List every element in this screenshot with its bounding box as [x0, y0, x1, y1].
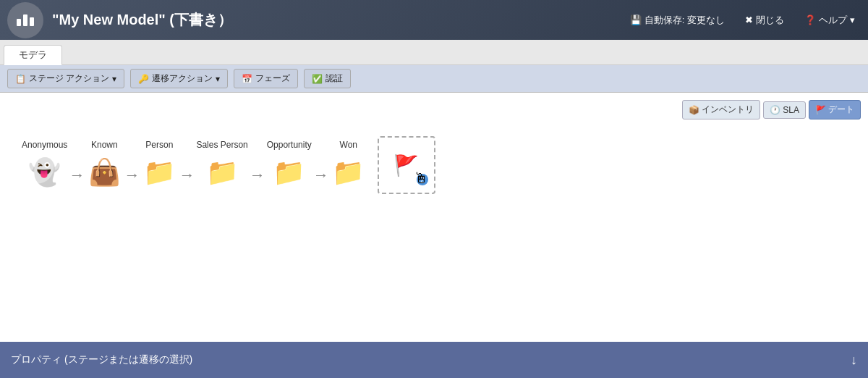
main-content: 📦 インベントリ 🕐 SLA 🚩 デート Anonymous 👻 → [0, 93, 868, 342]
stage-person-label: Person [145, 140, 173, 150]
autosave-label: 自動保存: 変更なし [644, 14, 725, 27]
won-icon: 📁 [331, 154, 367, 190]
stage-known-label: Known [91, 140, 118, 150]
expand-down-icon[interactable]: ↓ [851, 353, 857, 368]
pipeline: Anonymous 👻 → Known 👜 → Person 📁 [22, 136, 846, 194]
new-stage-flag-icon: 🚩 [393, 154, 419, 177]
stage-known[interactable]: Known 👜 [86, 140, 122, 190]
stage-action-btn[interactable]: 📋 ステージ アクション ▾ [7, 69, 124, 88]
stage-won[interactable]: Won 📁 [331, 140, 367, 190]
stage-sales-person[interactable]: Sales Person 📁 [196, 140, 247, 190]
arrow-2: → [124, 146, 140, 185]
inventory-btn[interactable]: 📦 インベントリ [682, 100, 760, 119]
arrow-1: → [69, 146, 85, 185]
ghost-icon: 👻 [27, 154, 63, 190]
autosave-btn: 💾 自動保存: 変更なし [624, 11, 731, 30]
stage-anonymous-label: Anonymous [22, 140, 67, 150]
chevron-down-icon: ▾ [850, 14, 855, 25]
transition-action-btn[interactable]: 🔑 遷移アクション ▾ [130, 69, 228, 88]
date-btn[interactable]: 🚩 デート [809, 100, 861, 119]
logo [7, 2, 43, 38]
tab-modela[interactable]: モデラ [4, 45, 62, 65]
sla-btn[interactable]: 🕐 SLA [763, 101, 806, 119]
help-btn[interactable]: ❓ ヘルプ ▾ [799, 11, 861, 30]
close-btn[interactable]: ✖ 閉じる [739, 11, 790, 30]
arrow-3: → [179, 146, 195, 185]
inventory-icon: 📦 [689, 105, 699, 115]
stage-person[interactable]: Person 📁 [141, 140, 177, 190]
phase-icon: 📅 [242, 74, 252, 84]
arrow-4: → [250, 146, 265, 185]
status-bar: プロパティ (ステージまたは遷移の選択) ↓ [0, 342, 868, 378]
arrow-5: → [313, 146, 329, 185]
stage-opportunity-label: Opportunity [267, 140, 312, 150]
page-title: "My New Model" (下書き） [52, 10, 624, 30]
chevron-down-icon: ▾ [112, 74, 116, 84]
status-text: プロパティ (ステージまたは遷移の選択) [11, 353, 192, 366]
tab-bar: モデラ [0, 40, 868, 65]
toolbar: 📋 ステージ アクション ▾ 🔑 遷移アクション ▾ 📅 フェーズ ✅ 認証 [0, 65, 868, 93]
chevron-down-icon: ▾ [216, 74, 220, 84]
person-icon: 📁 [141, 154, 177, 190]
stage-opportunity[interactable]: Opportunity 📁 [267, 140, 312, 190]
opportunity-icon: 📁 [271, 154, 307, 190]
logo-bars [17, 14, 34, 26]
save-icon: 💾 [630, 14, 642, 25]
known-icon: 👜 [86, 154, 122, 190]
stage-won-label: Won [340, 140, 357, 150]
right-toolbar: 📦 インベントリ 🕐 SLA 🚩 デート [682, 100, 861, 119]
help-icon: ❓ [804, 14, 816, 25]
verify-btn[interactable]: ✅ 認証 [304, 69, 351, 88]
flag-icon: 🚩 [815, 105, 826, 115]
stage-sales-person-label: Sales Person [196, 140, 247, 150]
header: "My New Model" (下書き） 💾 自動保存: 変更なし ✖ 閉じる … [0, 0, 868, 40]
header-actions: 💾 自動保存: 変更なし ✖ 閉じる ❓ ヘルプ ▾ [624, 11, 861, 30]
new-stage-box[interactable]: 🚩 2 🖱 [378, 136, 435, 194]
sales-person-icon: 📁 [204, 154, 240, 190]
stage-icon: 📋 [15, 74, 26, 84]
verify-icon: ✅ [312, 74, 323, 84]
phase-btn[interactable]: 📅 フェーズ [234, 69, 298, 88]
transition-icon: 🔑 [138, 74, 149, 84]
stage-anonymous[interactable]: Anonymous 👻 [22, 140, 67, 190]
clock-icon: 🕐 [770, 105, 780, 115]
new-stage-badge: 2 [417, 174, 428, 185]
close-icon: ✖ [745, 14, 753, 25]
